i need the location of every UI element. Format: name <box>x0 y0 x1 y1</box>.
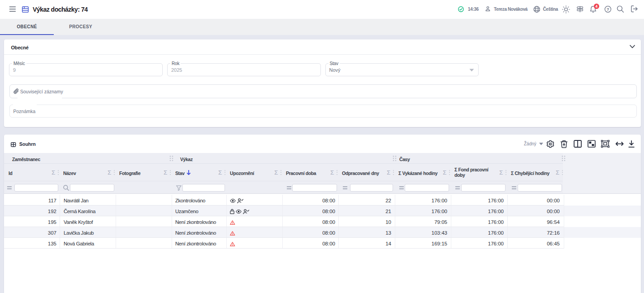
svg-text:?: ? <box>606 7 609 12</box>
